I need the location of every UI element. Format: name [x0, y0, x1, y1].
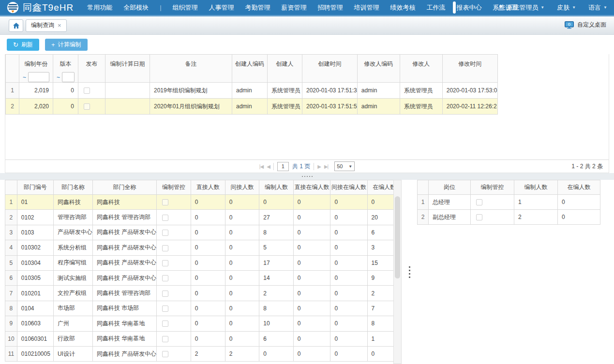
nav-item-2[interactable]: 组织管理: [173, 3, 198, 12]
header-direct-count: 直接人数: [191, 180, 225, 195]
cell-num: 3: [5, 225, 17, 240]
row-checkbox[interactable]: [476, 214, 482, 220]
row-checkbox[interactable]: [162, 306, 168, 312]
app-window: 同鑫T9eHR 常用功能全部模块|组织管理人事管理考勤管理薪资管理招聘管理培训管…: [0, 0, 614, 364]
row-checkbox[interactable]: [162, 291, 168, 297]
header-onboard-count: 在编人数: [558, 180, 600, 195]
row-checkbox[interactable]: [162, 260, 168, 266]
user-menu[interactable]: 系统管理员 ▼: [497, 3, 544, 12]
user-name: 系统管理员: [507, 3, 538, 12]
tab-bianzhi-chaxun[interactable]: 编制查询 ×: [26, 19, 67, 32]
row-checkbox[interactable]: [162, 199, 168, 205]
table-row[interactable]: 2副总经理20: [418, 210, 600, 225]
nav-item-0[interactable]: 常用功能: [87, 3, 112, 12]
nav-item-7[interactable]: 培训管理: [354, 3, 379, 12]
cell-indirect_on: 0: [330, 240, 367, 255]
header-publish: 发布: [78, 55, 105, 83]
nav-item-10[interactable]: 报表中心: [457, 3, 482, 12]
brand: 同鑫T9eHR: [7, 1, 74, 14]
nav-item-3[interactable]: 人事管理: [209, 3, 234, 12]
cell-indirect_on: 0: [330, 331, 367, 346]
page-number-input[interactable]: [277, 162, 289, 171]
last-page-icon[interactable]: ▶|: [324, 164, 328, 169]
header-indirect-onboard: 间接在编人数: [330, 180, 367, 195]
nav-item-8[interactable]: 绩效考核: [390, 3, 416, 12]
row-checkbox[interactable]: [162, 245, 168, 251]
table-row[interactable]: 5010304程序编写组同鑫科技 产品研发中心00170015: [5, 255, 402, 270]
table-row[interactable]: 101同鑫科技同鑫科技000000: [5, 195, 402, 210]
first-page-icon[interactable]: |◀: [259, 164, 263, 169]
skin-label: 皮肤: [557, 3, 569, 12]
cell-num: 1: [418, 195, 429, 210]
header-creator: 创建人: [268, 55, 302, 83]
nav-item-1[interactable]: 全部模块: [123, 3, 149, 12]
row-checkbox[interactable]: [162, 230, 168, 236]
table-row[interactable]: 11010210005UI设计同鑫科技 产品研发中心220000: [5, 346, 402, 361]
prev-page-icon[interactable]: ◀: [267, 164, 270, 169]
cell-full: 同鑫科技 华南基地: [92, 316, 156, 331]
tab-home[interactable]: [9, 19, 23, 32]
cell-code: 01: [17, 195, 53, 210]
caret-down-icon: ▼: [348, 164, 352, 169]
row-checkbox[interactable]: [84, 87, 90, 94]
cell-checkbox: [471, 195, 514, 210]
table-row[interactable]: 80104市场部同鑫科技 市场部008007: [5, 301, 402, 316]
calc-establishment-button[interactable]: + 计算编制: [45, 39, 88, 51]
table-row[interactable]: 22,02002020年01月组织编制规划admin系统管理员2020-01-0…: [6, 99, 498, 115]
language-menu[interactable]: 语言 ▼: [588, 3, 607, 12]
row-checkbox[interactable]: [162, 336, 168, 342]
cell-direct_on: 0: [293, 286, 330, 301]
dept-grid-scrollbar[interactable]: [393, 180, 402, 364]
nav-scrollbar-thumb[interactable]: [453, 1, 456, 14]
row-checkbox[interactable]: [162, 351, 168, 357]
refresh-button[interactable]: ↻ 刷新: [7, 39, 39, 51]
table-row[interactable]: 6010305测试实施组同鑫科技 产品研发中心0014009: [5, 270, 402, 285]
header-dept-fullname: 部门全称: [92, 180, 156, 195]
cell-direct_on: 0: [293, 210, 330, 225]
header-year: 编制年份 ~: [19, 55, 53, 83]
year-filter-input[interactable]: [28, 72, 49, 82]
skin-menu[interactable]: 皮肤 ▼: [557, 3, 576, 12]
cell-direct: 0: [191, 240, 225, 255]
table-row[interactable]: 1总经理10: [418, 195, 600, 210]
cell-remark: 2020年01月组织编制规划: [150, 99, 232, 115]
header-create-time: 创建时间: [302, 55, 358, 83]
cell-calc_date: [105, 83, 150, 99]
nav-item-4[interactable]: 考勤管理: [245, 3, 270, 12]
horizontal-splitter-handle[interactable]: [0, 173, 614, 180]
header-modifier-code: 修改人编码: [357, 55, 400, 83]
table-row[interactable]: 30103产品研发中心同鑫科技 产品研发中心008006: [5, 225, 402, 240]
row-checkbox[interactable]: [162, 215, 168, 221]
table-row[interactable]: 9010603广州同鑫科技 华南基地0010008: [5, 316, 402, 331]
logo-icon: [7, 1, 19, 14]
table-row[interactable]: 20102管理咨询部同鑫科技 管理咨询部00270020: [5, 210, 402, 225]
row-checkbox[interactable]: [476, 199, 482, 205]
table-row[interactable]: 12,01902019年组织编制规划admin系统管理员2020-01-03 1…: [6, 83, 498, 99]
cell-indirect: 0: [225, 331, 259, 346]
cell-indirect_on: 0: [330, 255, 367, 270]
table-row[interactable]: 1001060301行政部同鑫科技 华南基地006001: [5, 331, 402, 346]
nav-item-6[interactable]: 招聘管理: [318, 3, 343, 12]
customize-desktop-link[interactable]: 自定义桌面: [565, 21, 606, 29]
version-filter-input[interactable]: [62, 72, 75, 82]
scrollbar-thumb[interactable]: [395, 196, 400, 278]
close-icon[interactable]: ×: [58, 22, 61, 29]
next-page-icon[interactable]: ▶: [317, 164, 321, 169]
cell-authorized: 8: [259, 225, 293, 240]
nav-item-9[interactable]: 工作流: [427, 3, 446, 12]
cell-authorized: 17: [259, 255, 293, 270]
nav-item-5[interactable]: 薪资管理: [282, 3, 307, 12]
row-checkbox[interactable]: [162, 275, 168, 281]
header-authorized-count: 编制人数: [514, 180, 558, 195]
header-position: 岗位: [429, 180, 471, 195]
vertical-splitter-handle[interactable]: [402, 180, 417, 364]
cell-num: 7: [5, 286, 17, 301]
row-checkbox[interactable]: [162, 320, 168, 327]
row-checkbox[interactable]: [84, 103, 90, 110]
page-size-select[interactable]: 50 ▼: [334, 161, 355, 171]
cell-full: 同鑫科技: [92, 195, 156, 210]
cell-num: 2: [5, 210, 17, 225]
table-row[interactable]: 7010201文控产权组同鑫科技 管理咨询部002002: [5, 286, 402, 301]
cell-indirect: 0: [225, 286, 259, 301]
table-row[interactable]: 4010302系统分析组同鑫科技 产品研发中心005003: [5, 240, 402, 255]
